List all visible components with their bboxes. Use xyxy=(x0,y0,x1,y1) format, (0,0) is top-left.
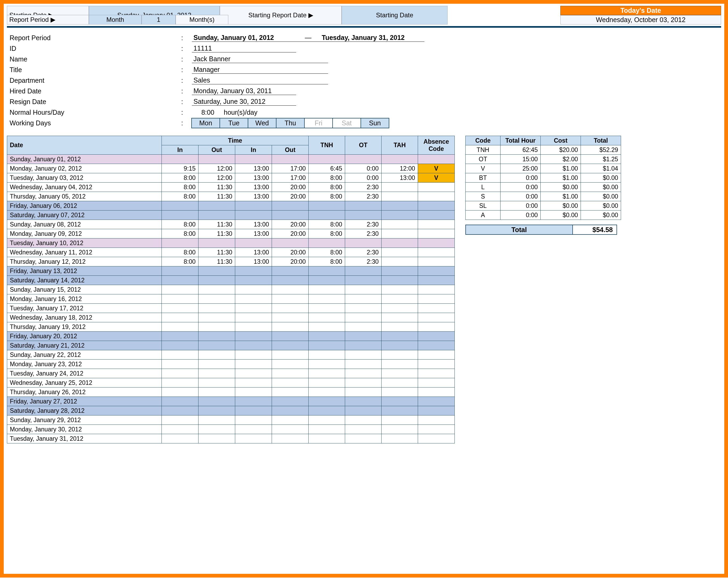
table-row: Tuesday, January 17, 2012 xyxy=(7,304,455,313)
employee-info: Report Period : Sunday, January 01, 2012… xyxy=(9,32,721,128)
period-to: Tuesday, January 31, 2012 xyxy=(320,34,424,42)
summary-row: BT0:00$1.00$0.00 xyxy=(466,173,621,183)
resign-value: Saturday, June 30, 2012 xyxy=(192,98,296,106)
table-row: Monday, January 02, 20129:1512:0013:0017… xyxy=(7,164,455,173)
table-row: Wednesday, January 18, 2012 xyxy=(7,313,455,322)
report-period-month-label[interactable]: Month xyxy=(89,15,141,24)
id-label: ID xyxy=(9,45,181,52)
table-row: Friday, January 06, 2012 xyxy=(7,201,455,210)
th-hour: Total Hour xyxy=(500,136,541,145)
summary-table: Code Total Hour Cost Total TNH62:45$20.0… xyxy=(465,136,621,220)
table-row: Wednesday, January 04, 20128:0011:3013:0… xyxy=(7,183,455,192)
working-day-mon[interactable]: Mon xyxy=(191,118,220,128)
th-total: Total xyxy=(581,136,621,145)
summary-row: A0:00$0.00$0.00 xyxy=(466,210,621,220)
th-ot: OT xyxy=(345,136,382,155)
working-days: MonTueWedThuFriSatSun xyxy=(192,118,389,128)
th-tnh: TNH xyxy=(309,136,345,155)
todays-date-block: Today's Date Wednesday, October 03, 2012 xyxy=(561,6,721,24)
nhd-hours: 8:00 xyxy=(192,108,224,116)
table-row: Saturday, January 14, 2012 xyxy=(7,276,455,285)
table-row: Friday, January 27, 2012 xyxy=(7,397,455,406)
dept-label: Department xyxy=(9,77,181,84)
working-day-wed[interactable]: Wed xyxy=(248,118,277,128)
table-row: Saturday, January 28, 2012 xyxy=(7,406,455,415)
table-row: Tuesday, January 31, 2012 xyxy=(7,434,455,443)
table-row: Thursday, January 26, 2012 xyxy=(7,387,455,397)
todays-date-label: Today's Date xyxy=(561,6,721,15)
dept-value: Sales xyxy=(192,76,328,84)
table-row: Sunday, January 15, 2012 xyxy=(7,285,455,295)
summary-row: SL0:00$0.00$0.00 xyxy=(466,201,621,210)
table-row: Friday, January 13, 2012 xyxy=(7,266,455,276)
todays-date-value: Wednesday, October 03, 2012 xyxy=(561,15,721,24)
table-row: Monday, January 30, 2012 xyxy=(7,425,455,434)
report-period-info-label: Report Period xyxy=(9,34,181,42)
table-row: Sunday, January 22, 2012 xyxy=(7,350,455,360)
grand-total-row: Total $54.58 xyxy=(465,225,621,235)
table-row: Thursday, January 19, 2012 xyxy=(7,322,455,332)
working-day-fri[interactable]: Fri xyxy=(304,118,333,128)
starting-report-date-label: Starting Report Date ▶ xyxy=(220,6,342,24)
summary-row: S0:00$1.00$0.00 xyxy=(466,192,621,201)
table-row: Monday, January 16, 2012 xyxy=(7,295,455,304)
table-row: Sunday, January 01, 2012 xyxy=(7,155,455,164)
report-period-count[interactable]: 1 xyxy=(141,15,176,24)
hired-label: Hired Date xyxy=(9,87,181,95)
table-row: Wednesday, January 25, 2012 xyxy=(7,378,455,387)
nhd-label: Normal Hours/Day xyxy=(9,108,181,116)
report-period-label: Report Period ▶ xyxy=(7,15,89,24)
grand-total-value: $54.58 xyxy=(573,225,617,235)
table-row: Tuesday, January 10, 2012 xyxy=(7,238,455,248)
table-row: Monday, January 09, 20128:0011:3013:0020… xyxy=(7,229,455,238)
working-day-sat[interactable]: Sat xyxy=(332,118,361,128)
table-row: Monday, January 23, 2012 xyxy=(7,360,455,369)
table-row: Saturday, January 21, 2012 xyxy=(7,341,455,350)
th-out1: Out xyxy=(199,145,235,155)
working-day-thu[interactable]: Thu xyxy=(276,118,305,128)
timesheet-table: Date Time TNH OT TAH Absence Code In Out… xyxy=(7,136,455,443)
resign-label: Resign Date xyxy=(9,98,181,106)
th-cost: Cost xyxy=(541,136,581,145)
nhd-units: hour(s)/day xyxy=(224,108,257,116)
wdays-label: Working Days xyxy=(9,119,181,127)
th-in1: In xyxy=(162,145,199,155)
id-value: 11111 xyxy=(192,45,296,52)
name-value: Jack Banner xyxy=(192,55,328,63)
th-in2: In xyxy=(235,145,272,155)
hired-value: Monday, January 03, 2011 xyxy=(192,87,296,95)
table-row: Wednesday, January 11, 20128:0011:3013:0… xyxy=(7,248,455,257)
summary-row: TNH62:45$20.00$52.29 xyxy=(466,145,621,155)
table-row: Tuesday, January 03, 20128:0012:0013:001… xyxy=(7,173,455,183)
th-tah: TAH xyxy=(382,136,418,155)
table-row: Sunday, January 08, 20128:0011:3013:0020… xyxy=(7,220,455,229)
table-row: Friday, January 20, 2012 xyxy=(7,332,455,341)
report-period-units: Month(s) xyxy=(176,15,228,24)
table-row: Saturday, January 07, 2012 xyxy=(7,210,455,220)
th-date: Date xyxy=(7,136,162,155)
th-code: Code xyxy=(466,136,500,145)
working-day-sun[interactable]: Sun xyxy=(361,118,389,128)
title-value: Manager xyxy=(192,66,328,74)
separator-line xyxy=(7,26,721,28)
name-label: Name xyxy=(9,55,181,63)
table-row: Tuesday, January 24, 2012 xyxy=(7,369,455,378)
th-absence: Absence Code xyxy=(418,136,455,155)
table-row: Sunday, January 29, 2012 xyxy=(7,415,455,425)
working-day-tue[interactable]: Tue xyxy=(219,118,248,128)
grand-total-label: Total xyxy=(465,225,573,235)
dash-icon: — xyxy=(296,34,320,42)
title-label: Title xyxy=(9,66,181,74)
period-from: Sunday, January 01, 2012 xyxy=(192,34,296,42)
th-time: Time xyxy=(162,136,309,145)
summary-row: L0:00$0.00$0.00 xyxy=(466,183,621,192)
summary-row: V25:00$1.00$1.04 xyxy=(466,164,621,173)
table-row: Thursday, January 05, 20128:0011:3013:00… xyxy=(7,192,455,201)
summary-row: OT15:00$2.00$1.25 xyxy=(466,155,621,164)
starting-report-date-value[interactable]: Starting Date xyxy=(342,6,447,24)
table-row: Thursday, January 12, 20128:0011:3013:00… xyxy=(7,257,455,266)
th-out2: Out xyxy=(272,145,309,155)
